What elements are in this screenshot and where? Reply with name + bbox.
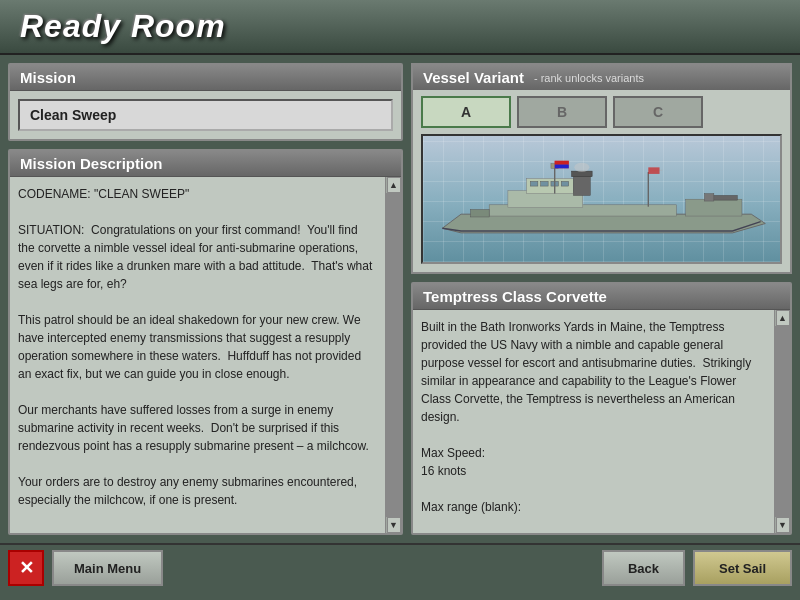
temptress-scroll-track — [775, 326, 790, 517]
temptress-scrollbar[interactable]: ▲ ▼ — [774, 310, 790, 533]
svg-rect-16 — [704, 194, 713, 201]
mission-section: Mission Clean Sweep — [8, 63, 403, 141]
svg-rect-4 — [530, 182, 537, 187]
mission-description-header: Mission Description — [10, 151, 401, 177]
scroll-track — [386, 193, 401, 517]
vessel-variant-label: Vessel Variant — [423, 69, 524, 86]
svg-rect-14 — [470, 210, 489, 217]
variant-b-button[interactable]: B — [517, 96, 607, 128]
set-sail-button[interactable]: Set Sail — [693, 550, 792, 586]
right-panel: Vessel Variant - rank unlocks variants A… — [411, 63, 792, 535]
mission-header: Mission — [10, 65, 401, 91]
svg-rect-22 — [648, 168, 659, 175]
main-content: Mission Clean Sweep Mission Description … — [0, 55, 800, 543]
rank-note: - rank unlocks variants — [534, 72, 644, 84]
variant-c-button[interactable]: C — [613, 96, 703, 128]
temptress-content: Built in the Bath Ironworks Yards in Mai… — [413, 310, 790, 533]
vessel-variant-section: Vessel Variant - rank unlocks variants A… — [411, 63, 792, 274]
temptress-header: Temptress Class Corvette — [413, 284, 790, 310]
ship-image — [421, 134, 782, 264]
mission-description-section: Mission Description CODENAME: "CLEAN SWE… — [8, 149, 403, 535]
main-menu-button[interactable]: Main Menu — [52, 550, 163, 586]
left-panel: Mission Clean Sweep Mission Description … — [8, 63, 403, 535]
mission-name: Clean Sweep — [18, 99, 393, 131]
variant-a-button[interactable]: A — [421, 96, 511, 128]
svg-rect-19 — [555, 161, 569, 165]
scroll-down-arrow[interactable]: ▼ — [387, 517, 401, 533]
svg-rect-1 — [686, 200, 742, 217]
temptress-text: Built in the Bath Ironworks Yards in Mai… — [413, 310, 774, 533]
svg-point-10 — [574, 163, 589, 172]
temptress-scroll-up[interactable]: ▲ — [776, 310, 790, 326]
back-button[interactable]: Back — [602, 550, 685, 586]
mission-text: CODENAME: "CLEAN SWEEP" SITUATION: Congr… — [10, 177, 385, 533]
svg-rect-8 — [573, 175, 590, 196]
temptress-section: Temptress Class Corvette Built in the Ba… — [411, 282, 792, 535]
temptress-scroll-down[interactable]: ▼ — [776, 517, 790, 533]
svg-rect-5 — [541, 182, 548, 187]
mission-description-content: CODENAME: "CLEAN SWEEP" SITUATION: Congr… — [10, 177, 401, 533]
mission-scrollbar[interactable]: ▲ ▼ — [385, 177, 401, 533]
bottom-bar: ✕ Main Menu Back Set Sail — [0, 543, 800, 591]
svg-rect-20 — [555, 165, 569, 169]
variant-buttons: A B C — [413, 90, 790, 134]
title-bar: Ready Room — [0, 0, 800, 55]
exit-button[interactable]: ✕ — [8, 550, 44, 586]
page-title: Ready Room — [20, 8, 226, 45]
ship-svg — [433, 158, 770, 252]
scroll-up-arrow[interactable]: ▲ — [387, 177, 401, 193]
vessel-variant-header: Vessel Variant - rank unlocks variants — [413, 65, 790, 90]
svg-rect-7 — [561, 182, 568, 187]
